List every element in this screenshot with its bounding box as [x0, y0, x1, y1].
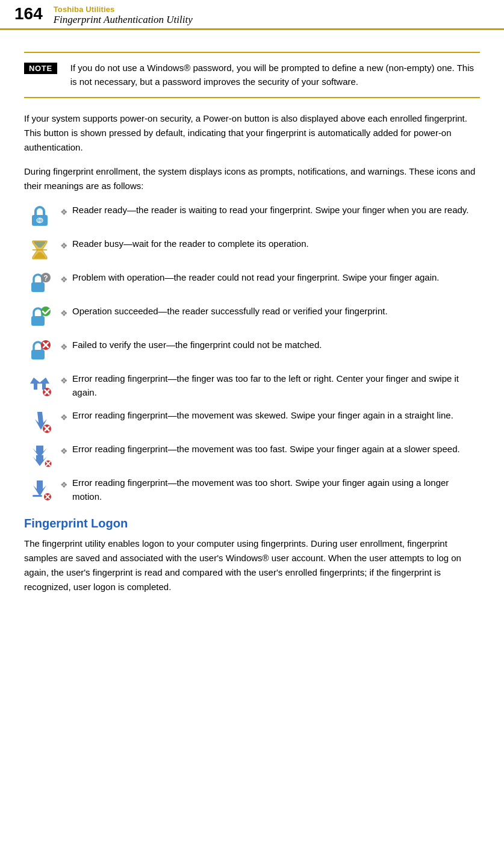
error-too-short-icon [24, 476, 55, 501]
list-item: ❖ Operation succeeded—the reader success… [24, 304, 480, 329]
note-label: NOTE [24, 63, 57, 74]
svg-rect-9 [31, 282, 45, 292]
bullet: ❖ [60, 241, 68, 251]
bullet: ❖ [60, 480, 68, 490]
brand-label: Toshiba Utilities [54, 5, 193, 14]
svg-rect-33 [33, 495, 42, 497]
bullet: ❖ [60, 376, 68, 386]
bullet: ❖ [60, 275, 68, 285]
reader-ready-icon [24, 203, 55, 228]
bullet: ❖ [60, 207, 68, 217]
bullet: ❖ [60, 308, 68, 319]
item-text: Reader busy—wait for the reader to compl… [72, 237, 480, 250]
item-text: Error reading fingerprint—the movement w… [72, 442, 480, 456]
section-paragraph: The fingerprint utility enables logon to… [24, 536, 480, 594]
error-left-right-icon [24, 372, 55, 397]
list-item: ❖ Reader ready—the reader is waiting to … [24, 203, 480, 228]
list-item: ❖ Error reading fingerprint—the finger w… [24, 372, 480, 400]
item-text: Error reading fingerprint—the movement w… [72, 476, 480, 504]
list-item: ? ❖ Problem with operation—the reader co… [24, 270, 480, 296]
svg-marker-19 [39, 378, 49, 390]
item-text: Error reading fingerprint—the finger was… [72, 372, 480, 400]
list-item: ❖ Error reading fingerprint—the movement… [24, 408, 480, 434]
operation-succeeded-icon [24, 304, 55, 329]
paragraph-2: During fingerprint enrollment, the syste… [24, 164, 480, 193]
header-text: Toshiba Utilities Fingerprint Authentica… [54, 5, 193, 28]
section-heading: Fingerprint Logon [24, 517, 480, 530]
icon-list: ❖ Reader ready—the reader is waiting to … [24, 203, 480, 503]
svg-marker-28 [33, 455, 47, 466]
error-skewed-icon [24, 408, 55, 434]
bullet: ❖ [60, 412, 68, 423]
svg-marker-32 [33, 480, 46, 496]
item-text: Operation succeeded—the reader successfu… [72, 304, 480, 318]
bullet: ❖ [60, 342, 68, 352]
bullet: ❖ [60, 446, 68, 456]
list-item: ❖ Error reading fingerprint—the movement… [24, 476, 480, 504]
list-item: ❖ Reader busy—wait for the reader to com… [24, 237, 480, 262]
chapter-title: Fingerprint Authentication Utility [54, 14, 193, 26]
item-text: Problem with operation—the reader could … [72, 270, 480, 284]
problem-operation-icon: ? [24, 270, 55, 296]
paragraph-1: If your system supports power-on securit… [24, 111, 480, 155]
reader-busy-icon [24, 237, 55, 262]
error-too-fast-icon [24, 442, 55, 467]
list-item: ❖ Error reading fingerprint—the movement… [24, 442, 480, 467]
svg-text:?: ? [43, 274, 48, 282]
list-item: ❖ Failed to verify the user—the fingerpr… [24, 338, 480, 363]
note-box: NOTE If you do not use a Windows® passwo… [24, 52, 480, 98]
failed-verify-icon [24, 338, 55, 363]
svg-rect-14 [31, 350, 45, 359]
main-content: NOTE If you do not use a Windows® passwo… [0, 30, 504, 615]
page-number: 164 [0, 5, 54, 28]
svg-rect-12 [31, 316, 45, 326]
item-text: Failed to verify the user—the fingerprin… [72, 338, 480, 352]
page-header: 164 Toshiba Utilities Fingerprint Authen… [0, 0, 504, 30]
item-text: Reader ready—the reader is waiting to re… [72, 203, 480, 217]
item-text: Error reading fingerprint—the movement w… [72, 408, 480, 422]
note-text: If you do not use a Windows® password, y… [70, 61, 480, 89]
